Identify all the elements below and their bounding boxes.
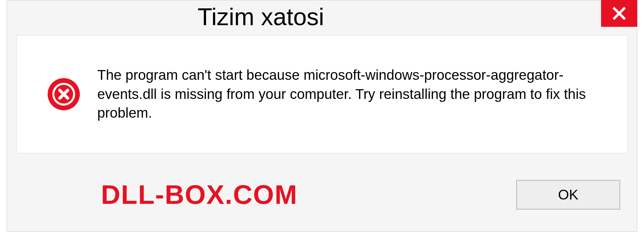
title-bar: Tizim xatosi bbox=[7, 0, 637, 34]
close-button[interactable] bbox=[601, 0, 637, 27]
dialog-title: Tizim xatosi bbox=[198, 3, 324, 31]
close-icon bbox=[612, 6, 627, 21]
watermark-text: DLL-BOX.COM bbox=[101, 179, 298, 210]
error-icon bbox=[47, 77, 80, 111]
ok-button[interactable]: OK bbox=[516, 180, 620, 210]
error-dialog: Tizim xatosi The program can't start bec… bbox=[7, 0, 637, 232]
content-box: The program can't start because microsof… bbox=[16, 35, 628, 153]
error-message: The program can't start because microsof… bbox=[97, 66, 614, 123]
bottom-bar: DLL-BOX.COM OK bbox=[7, 165, 637, 232]
